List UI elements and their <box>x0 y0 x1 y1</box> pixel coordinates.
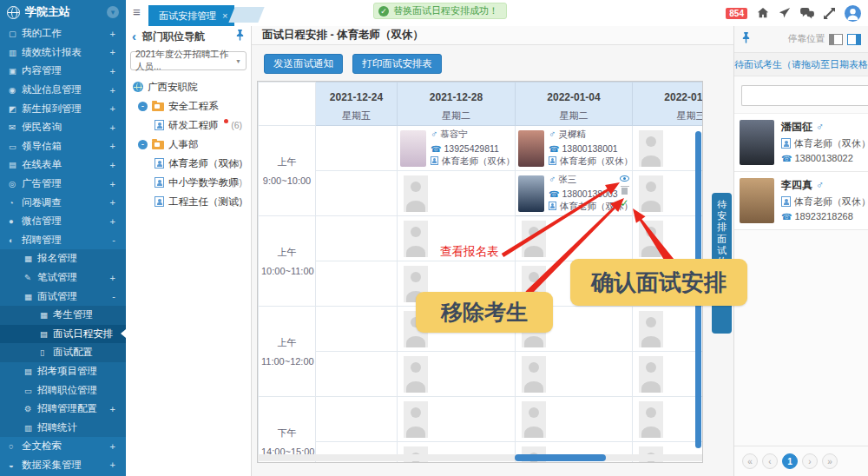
send-notice-button[interactable]: 发送面试通知 <box>264 54 343 74</box>
candidate-search-input[interactable] <box>741 85 868 106</box>
sidebar-item[interactable]: ▤招考项目管理 <box>0 362 126 381</box>
sidebar-item[interactable]: ▤在线表单+ <box>0 155 126 175</box>
sidebar-item[interactable]: ◩新生报到管理+ <box>0 99 126 118</box>
schedule-cell[interactable] <box>316 307 398 352</box>
tab-interview-arrangement[interactable]: 面试安排管理 × <box>148 5 234 26</box>
schedule-cell[interactable] <box>398 171 516 216</box>
send-icon[interactable] <box>779 7 791 19</box>
dock-right-icon[interactable] <box>847 34 861 45</box>
schedule-cell[interactable] <box>316 216 398 261</box>
collapse-panel-icon[interactable]: ‹ <box>132 28 136 45</box>
placeholder-avatar <box>639 401 663 438</box>
user-avatar[interactable] <box>845 5 861 22</box>
sidebar-item[interactable]: ▢我的工作+ <box>0 24 126 43</box>
collapse-toggle-icon[interactable]: - <box>138 140 148 149</box>
schedule-cell[interactable] <box>398 352 516 397</box>
notification-badge[interactable]: 854 <box>726 8 747 19</box>
sidebar-item[interactable]: ✎笔试管理+ <box>0 268 126 288</box>
sidebar-item[interactable]: ◐招聘管理- <box>0 231 126 250</box>
schedule-cell[interactable] <box>633 171 704 216</box>
sidebar-item[interactable]: ◉就业信息管理+ <box>0 81 126 100</box>
schedule-cell[interactable] <box>633 126 704 171</box>
sidebar-header[interactable]: 学院主站 ▾ <box>0 0 126 24</box>
pending-candidate-item[interactable]: 李四真♂体育老师（双休）☎18923218268 <box>734 172 868 230</box>
remove-candidate-icon[interactable] <box>621 188 628 195</box>
candidate-card[interactable]: ♂灵樨精☎13800138001体育老师（双休） <box>518 129 629 168</box>
sidebar-item[interactable]: ●微信管理+ <box>0 212 126 231</box>
sidebar-item[interactable]: ◎广告管理+ <box>0 175 126 194</box>
menu-item-icon: ✎ <box>24 273 37 282</box>
tree-department-node[interactable]: -安全工程系 <box>126 96 251 116</box>
sidebar-item[interactable]: ▥绩效统计报表+ <box>0 43 126 63</box>
tree-position-node[interactable]: 工程主任（测试）(2) <box>126 192 251 211</box>
tree-position-node[interactable]: 体育老师（双休）(18) <box>126 154 251 173</box>
horizontal-scrollbar-track[interactable] <box>258 454 702 461</box>
schedule-cell[interactable]: ♂张三☎13800138003体育老师（双休）✓ <box>516 171 633 216</box>
collapse-toggle-icon[interactable]: - <box>138 102 148 111</box>
sidebar-item[interactable]: ⚙招聘管理配置+ <box>0 400 126 419</box>
tree-position-node[interactable]: 研发工程师(6) <box>126 116 251 135</box>
last-page-button[interactable]: » <box>822 453 838 469</box>
schedule-cell[interactable] <box>316 352 398 397</box>
tree-department-node[interactable]: -人事部 <box>126 135 251 154</box>
sidebar-item[interactable]: ✉便民咨询+ <box>0 118 126 137</box>
tree-root-node[interactable]: 广西安职院 <box>126 77 251 96</box>
sidebar-item[interactable]: ▦考生管理 <box>0 306 126 325</box>
schedule-cell[interactable] <box>316 397 398 442</box>
menu-toggle-icon[interactable]: ≡ <box>133 5 147 19</box>
schedule-cell[interactable] <box>316 171 398 216</box>
candidate-card[interactable]: ♂慕容宁☎13925429811体育老师（双休） <box>400 129 512 168</box>
sidebar-item[interactable]: ▭领导信箱+ <box>0 137 126 156</box>
schedule-cell[interactable]: ♂慕容宁☎13925429811体育老师（双休） <box>398 126 516 171</box>
sidebar-collapse-icon[interactable]: ▾ <box>107 6 119 18</box>
schedule-cell[interactable] <box>633 216 704 261</box>
page-button[interactable]: 1 <box>782 453 798 469</box>
sidebar-item[interactable]: ▦面试管理- <box>0 287 126 306</box>
first-page-button[interactable]: « <box>742 453 758 469</box>
fullscreen-icon[interactable] <box>824 8 835 19</box>
candidate-card[interactable]: ♂张三☎13800138003体育老师（双休） <box>518 174 629 213</box>
schedule-cell[interactable] <box>516 352 633 397</box>
schedule-cell[interactable] <box>316 126 398 171</box>
pin-icon[interactable] <box>741 32 751 46</box>
confirm-schedule-icon[interactable]: ✓ <box>620 199 628 208</box>
sidebar-item[interactable]: ▯面试配置 <box>0 343 126 362</box>
header-weekday: 星期二 <box>398 109 515 122</box>
schedule-cell[interactable] <box>633 352 704 397</box>
pending-candidate-item[interactable]: 潘国征♂体育老师（双休）☎13800138022 <box>734 114 868 172</box>
schedule-cell[interactable] <box>398 397 516 442</box>
candidate-info: 李四真♂体育老师（双休）☎18923218268 <box>781 178 868 223</box>
sidebar-item[interactable]: ▥招聘统计 <box>0 418 126 437</box>
sidebar-item[interactable]: ▭招聘职位管理 <box>0 380 126 400</box>
phone-icon: ☎ <box>549 189 559 199</box>
schedule-cell[interactable] <box>633 307 704 352</box>
sidebar-item[interactable]: ◔问卷调查+ <box>0 193 126 212</box>
menu-item-label: 报名管理 <box>37 252 77 265</box>
dock-left-icon[interactable] <box>829 34 843 45</box>
tab-close-icon[interactable]: × <box>222 5 227 26</box>
prev-page-button[interactable]: ‹ <box>762 453 778 469</box>
sidebar-item[interactable]: ▤面试日程安排 <box>0 325 126 344</box>
sidebar-item[interactable]: ▦报名管理 <box>0 249 126 268</box>
view-application-icon[interactable] <box>620 175 629 182</box>
sidebar-item[interactable]: ◒数据采集管理+ <box>0 456 126 475</box>
home-icon[interactable] <box>757 7 769 19</box>
sidebar-item[interactable]: ○全文检索+ <box>0 437 126 456</box>
schedule-cell[interactable] <box>516 216 633 261</box>
sidebar-item[interactable]: ▣内容管理+ <box>0 62 126 81</box>
placeholder-avatar <box>522 356 546 393</box>
pin-icon[interactable] <box>235 30 245 43</box>
menu-expand-indicator: + <box>110 216 115 227</box>
job-icon <box>781 196 791 207</box>
tree-position-node[interactable]: 中小学数学教师(4) <box>126 173 251 192</box>
schedule-cell[interactable]: ♂灵樨精☎13800138001体育老师（双休） <box>516 126 633 171</box>
schedule-cell[interactable] <box>316 261 398 307</box>
print-schedule-button[interactable]: 打印面试安排表 <box>352 54 442 74</box>
project-select[interactable]: 2021年度公开招聘工作人员... ▼ <box>130 51 247 70</box>
horizontal-scrollbar-thumb[interactable] <box>515 454 606 461</box>
next-page-button[interactable]: › <box>802 453 818 469</box>
schedule-cell[interactable] <box>633 397 704 442</box>
chat-icon[interactable] <box>800 8 814 19</box>
schedule-cell[interactable] <box>516 397 633 442</box>
header-weekday: 星期二 <box>516 109 632 122</box>
